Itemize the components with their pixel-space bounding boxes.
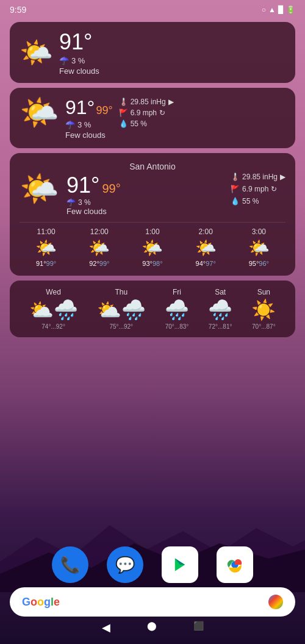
hour-icon-2: 🌤️ [142, 238, 163, 258]
day-icon-thu: ⛅🌧️ [97, 298, 146, 321]
hour-item-4: 3:00 🌤️ 95°96° [248, 227, 270, 267]
play-store-app-icon[interactable] [162, 546, 198, 583]
google-search-bar[interactable]: Google [10, 587, 295, 617]
umbrella-icon: ☂️ [59, 56, 69, 65]
wind-icon: 🚩 [119, 109, 128, 117]
weather-widget-small[interactable]: 🌤️ 91° ☂️ 3 % Few clouds [10, 22, 295, 83]
precip-small: ☂️ 3 % [59, 56, 99, 65]
chrome-app-icon[interactable] [217, 546, 253, 583]
day-item-sun: Sun ☀️ 70°...87° [251, 288, 276, 330]
navigation-bar: ◀ ⬤ ⬛ [0, 616, 305, 639]
phone-app-icon[interactable]: 📞 [52, 546, 88, 583]
weather-icon-large: 🌤️ [20, 173, 59, 204]
recents-button[interactable]: ⬛ [193, 621, 204, 634]
time: 9:59 [10, 5, 26, 15]
home-button[interactable]: ⬤ [147, 621, 157, 634]
wifi-icon: ▲ [268, 5, 276, 14]
hour-icon-4: 🌤️ [248, 238, 270, 258]
hour-item-2: 1:00 🌤️ 93°98° [142, 227, 163, 267]
hour-item-3: 2:00 🌤️ 94°97° [195, 227, 217, 267]
hour-icon-3: 🌤️ [195, 238, 217, 258]
temp-medium: 91° [65, 96, 95, 119]
wind-row: 🚩 6.9 mph ↻ [119, 109, 174, 117]
humidity-row: 💧 55 % [119, 120, 174, 128]
circle-status-icon: ○ [262, 5, 266, 14]
hour-icon-0: 🌤️ [35, 238, 57, 258]
precip-large: ☂️ 3 % [66, 198, 223, 207]
humidity-icon: 💧 [119, 120, 128, 128]
status-icons: ○ ▲ ▉ 🔋 [262, 5, 295, 14]
weekly-row: Wed ⛅🌧️ 74°...92° Thu ⛅🌧️ 75°...92° Fri … [20, 288, 285, 330]
weather-widget-large[interactable]: San Antonio 🌤️ 91° 99° ☂️ 3 % Few clouds… [10, 153, 295, 276]
umbrella-icon-large: ☂️ [66, 198, 76, 207]
weather-icon-medium: 🌤️ [20, 96, 59, 128]
weather-widget-medium[interactable]: 🌤️ 91° 99° ☂️ 3 % Few clouds 🌡️ 29.85 in… [10, 88, 295, 148]
messages-app-icon[interactable]: 💬 [107, 546, 143, 583]
day-item-thu: Thu ⛅🌧️ 75°...92° [97, 288, 146, 330]
day-item-wed: Wed ⛅🌧️ 74°...92° [29, 288, 78, 330]
wind-icon-large: 🚩 [231, 185, 240, 193]
city-name: San Antonio [20, 162, 285, 171]
umbrella-icon-medium: ☂️ [65, 120, 75, 129]
temp-high-medium: 99° [96, 104, 112, 117]
condition-medium: Few clouds [65, 131, 113, 140]
hour-item-1: 12:00 🌤️ 92°99° [88, 227, 110, 267]
day-icon-sun: ☀️ [251, 298, 276, 321]
temp-high-large: 99° [102, 182, 120, 196]
weather-icon-small: 🌤️ [20, 39, 53, 66]
humidity-icon-large: 💧 [231, 197, 240, 206]
hour-item-0: 11:00 🌤️ 91°99° [35, 227, 57, 267]
pressure-row: 🌡️ 29.85 inHg ▶ [119, 98, 174, 106]
temp-small: 91° [59, 29, 99, 55]
large-details: 🌡️ 29.85 inHg ▶ 🚩 6.9 mph ↻ 💧 55 % [231, 173, 285, 206]
condition-small: Few clouds [59, 66, 99, 76]
day-icon-sat: 🌧️ [208, 298, 232, 321]
pressure-icon: 🌡️ [119, 98, 128, 106]
battery-icon: 🔋 [286, 5, 295, 14]
day-item-fri: Fri 🌧️ 70°...83° [165, 288, 189, 330]
hour-icon-1: 🌤️ [88, 238, 110, 258]
temp-large: 91° [66, 173, 99, 198]
condition-large: Few clouds [66, 207, 223, 216]
hourly-forecast: 11:00 🌤️ 91°99° 12:00 🌤️ 92°99° 1:00 🌤️ … [20, 222, 285, 267]
weekly-forecast-widget[interactable]: Wed ⛅🌧️ 74°...92° Thu ⛅🌧️ 75°...92° Fri … [10, 281, 295, 337]
app-dock: 📞 💬 [0, 546, 305, 583]
day-icon-wed: ⛅🌧️ [29, 298, 78, 321]
signal-icon: ▉ [278, 5, 284, 14]
google-logo: Google [22, 596, 60, 609]
status-bar: 9:59 ○ ▲ ▉ 🔋 [0, 0, 305, 17]
pressure-icon-large: 🌡️ [231, 173, 240, 181]
back-button[interactable]: ◀ [102, 621, 110, 634]
day-item-sat: Sat 🌧️ 72°...81° [208, 288, 232, 330]
mic-dots-icon [268, 595, 283, 609]
day-icon-fri: 🌧️ [165, 298, 189, 321]
